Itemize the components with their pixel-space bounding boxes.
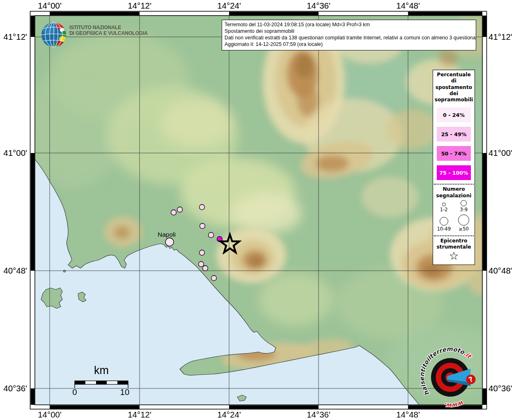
axis-tick-label: 40°36' xyxy=(0,383,27,393)
axis-tick-label: 41°00' xyxy=(0,148,27,158)
signal-size-label: 1-2 xyxy=(440,207,448,212)
signal-size-circle-icon xyxy=(442,203,446,206)
scale-bar-start: 0 xyxy=(72,387,77,397)
axis-tick-label: 14°36' xyxy=(307,1,330,11)
legend-epicenter-star-icon: ☆ xyxy=(434,250,474,262)
axis-tick-label: 14°48' xyxy=(396,410,420,420)
axis-tick-label: 14°48' xyxy=(396,1,420,11)
axis-tick-label: 14°00' xyxy=(38,1,62,11)
signal-size-circle-icon xyxy=(458,215,469,226)
axis-tick-label: 14°00' xyxy=(38,410,62,420)
report-marker xyxy=(200,205,205,210)
legend-class-swatch: 25 - 49% xyxy=(437,127,471,142)
macroseismic-map-screenshot: ? haisentitoilterremoto.it www. Terremot… xyxy=(0,0,516,420)
legend-signal-item: 1-2 xyxy=(434,200,454,212)
signal-size-label: ≥50 xyxy=(459,226,469,232)
scale-bar-end: 10 xyxy=(120,387,130,397)
ingv-line1: ISTITUTO NAZIONALE xyxy=(69,25,148,31)
legend-title: Percentuale di spostamento dei soprammob… xyxy=(434,72,474,103)
legend-class-swatch: 75 - 100% xyxy=(437,165,471,180)
axis-tick-label: 41°00' xyxy=(488,148,512,158)
signal-size-circle-icon xyxy=(440,217,448,226)
ingv-logo-text: ISTITUTO NAZIONALE DI GEOFISICA E VULCAN… xyxy=(69,25,148,36)
legend-divider-2 xyxy=(434,235,474,236)
report-marker xyxy=(200,224,205,229)
ingv-line2: DI GEOFISICA E VULCANOLOGIA xyxy=(69,31,148,37)
axis-tick-label: 41°12' xyxy=(0,32,27,42)
legend-signals: 1-23-910-49≥50 xyxy=(434,200,474,232)
report-marker xyxy=(200,250,205,256)
axis-tick-label: 14°24' xyxy=(217,410,241,420)
axis-tick-label: 40°48' xyxy=(0,266,27,276)
axis-tick-label: 14°24' xyxy=(217,1,241,11)
scale-bar-unit: km xyxy=(94,364,109,377)
axis-tick-label: 14°12' xyxy=(128,410,151,420)
event-updated: Aggiornato il: 14-12-2025 07:59 (ora loc… xyxy=(225,41,473,48)
legend-epicenter-title: Epicentro strumentale xyxy=(434,238,474,251)
report-marker xyxy=(209,233,214,238)
signal-size-label: 3-9 xyxy=(460,207,468,212)
legend-divider xyxy=(434,184,474,185)
signal-size-circle-icon xyxy=(461,200,467,206)
city-marker-napoli xyxy=(165,238,174,246)
report-marker xyxy=(203,266,208,271)
event-effect: Spostamento dei soprammobili xyxy=(225,28,473,34)
axis-tick-label: 40°36' xyxy=(488,383,512,393)
event-info-box: Terremoto del 11-03-2024 19:08:15 (ora l… xyxy=(222,20,476,50)
report-marker xyxy=(199,262,204,267)
report-marker xyxy=(171,210,177,215)
event-data-note: Dati non verificati estratti da 138 ques… xyxy=(225,34,473,41)
report-marker xyxy=(177,207,183,212)
axis-tick-label: 14°12' xyxy=(128,1,151,11)
legend-class-swatch: 0 - 24% xyxy=(437,107,471,122)
legend-signal-item: 10-49 xyxy=(434,215,454,232)
axis-tick-label: 14°36' xyxy=(307,410,330,420)
axis-tick-label: 41°12' xyxy=(488,32,512,42)
event-title: Terremoto del 11-03-2024 19:08:15 (ora l… xyxy=(225,21,473,28)
legend-classes: 0 - 24%25 - 49%50 - 74%75 - 100% xyxy=(434,107,474,180)
report-marker xyxy=(211,276,217,281)
legend-signal-item: ≥50 xyxy=(454,215,474,232)
map-terrain xyxy=(25,16,501,406)
axis-tick-label: 40°48' xyxy=(488,266,512,276)
legend-signal-item: 3-9 xyxy=(454,200,474,212)
city-label-napoli: Napoli xyxy=(158,231,176,238)
legend: Percentuale di spostamento dei soprammob… xyxy=(433,70,475,265)
legend-class-swatch: 50 - 74% xyxy=(437,146,471,161)
legend-signals-title: Numero segnalazioni xyxy=(434,186,474,199)
signal-size-label: 10-49 xyxy=(437,226,451,232)
